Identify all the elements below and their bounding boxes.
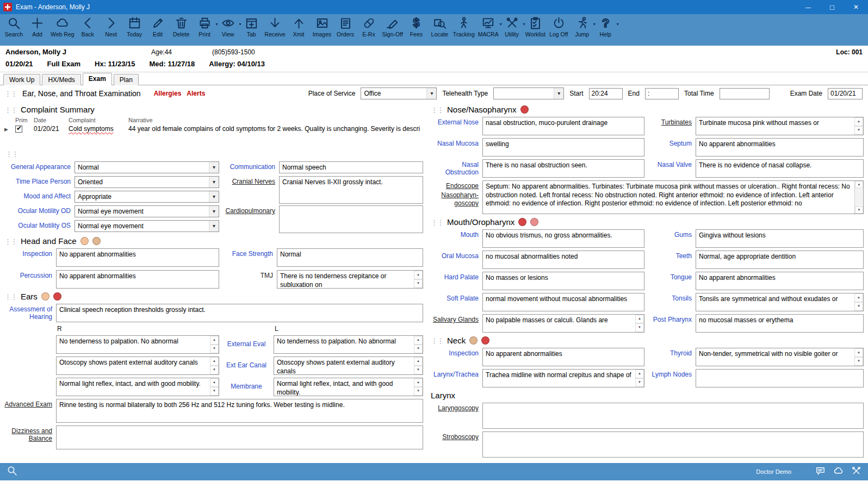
nasal-mucosa-field[interactable]: swelling bbox=[482, 138, 644, 157]
post-pharynx-field[interactable]: no mucosal masses or erythema bbox=[696, 314, 864, 333]
ext-ear-canal-left-field[interactable]: Otoscopy shows patent external auditory … bbox=[274, 356, 423, 375]
assessment-of-hearing-field[interactable]: Clinical speech reception thresholds gro… bbox=[56, 304, 423, 322]
membrane-left-field[interactable]: Normal light reflex, intact, and with go… bbox=[274, 378, 423, 396]
toolbar-button-edit[interactable]: Edit bbox=[146, 16, 170, 37]
nasal-obstruction-field[interactable]: There is no nasal obstruction seen. bbox=[482, 159, 644, 178]
prim-checkbox[interactable] bbox=[15, 126, 22, 133]
communication-field[interactable]: Normal speech bbox=[279, 161, 423, 173]
cranial-nerves-label[interactable]: Cranial Nerves bbox=[223, 176, 275, 189]
drag-handle-icon[interactable] bbox=[4, 105, 17, 114]
gums-field[interactable]: Gingiva without lesions bbox=[696, 229, 864, 248]
tab-hx-meds[interactable]: HX/Meds bbox=[42, 74, 80, 85]
cranial-nerves-field[interactable]: Cranial Nerves II-XII grossly intact. bbox=[279, 176, 423, 204]
toolbar-button-macra[interactable]: MACRA bbox=[476, 16, 500, 37]
toolbar-button-add[interactable]: Add bbox=[26, 16, 49, 37]
toolbar-button-erx[interactable]: E-Rx bbox=[357, 16, 381, 37]
spinner-icon[interactable] bbox=[854, 117, 863, 135]
drag-handle-icon[interactable] bbox=[431, 336, 443, 345]
toolbar-button-fees[interactable]: Fees bbox=[405, 16, 428, 37]
mood-and-affect-select[interactable]: Appropriate bbox=[75, 191, 219, 203]
spinner-icon[interactable] bbox=[635, 315, 644, 332]
toolbar-button-tab[interactable]: Tab bbox=[240, 16, 263, 37]
toolbar-button-web-reg[interactable]: Web Reg bbox=[49, 16, 76, 37]
hard-palate-field[interactable]: No masses or lesions bbox=[482, 272, 644, 290]
dizziness-and-balance-label[interactable]: Dizziness and Balance bbox=[4, 426, 52, 449]
spinner-icon[interactable] bbox=[210, 336, 219, 353]
complaint-cell[interactable]: Cold symptoms bbox=[69, 125, 128, 133]
nasal-valve-field[interactable]: There is no evidence of nasal collapse. bbox=[696, 159, 864, 178]
ext-ear-canal-right-field[interactable]: Otoscopy shows patent external auditory … bbox=[56, 356, 219, 375]
toolbar-button-orders[interactable]: Orders bbox=[334, 16, 357, 37]
head-face-inspection-field[interactable]: No apparent abnormalities bbox=[56, 248, 219, 267]
tmj-field[interactable]: There is no tenderness crepitance or sub… bbox=[277, 270, 423, 289]
thyroid-field[interactable]: Non-tender, symmetrical with no visible … bbox=[696, 348, 864, 366]
end-time-input[interactable]: : bbox=[645, 88, 679, 99]
nasopharyngoscopy-label[interactable]: Nasopharyn-goscopy bbox=[431, 190, 479, 207]
spinner-icon[interactable] bbox=[210, 357, 219, 374]
lymph-nodes-field[interactable] bbox=[696, 369, 864, 387]
toolbar-button-delete[interactable]: Delete bbox=[170, 16, 193, 37]
start-time-input[interactable]: 20:24 bbox=[589, 88, 623, 99]
soft-palate-field[interactable]: normal movement without mucosal abnormal… bbox=[482, 293, 644, 311]
external-eval-right-field[interactable]: No tenderness to palpation. No abnormal bbox=[56, 335, 219, 354]
toolbar-button-utility[interactable]: Utility bbox=[500, 16, 524, 37]
turbinates-label[interactable]: Turbinates bbox=[648, 117, 692, 135]
laryngoscopy-field[interactable] bbox=[482, 403, 864, 429]
toolbar-button-view[interactable]: View bbox=[216, 16, 240, 37]
spinner-icon[interactable] bbox=[210, 378, 219, 396]
mouth-field[interactable]: No obvious trismus, no gross abnormaliti… bbox=[482, 229, 644, 248]
drag-handle-ic SegmentedControlon[interactable] bbox=[5, 149, 18, 158]
narrative-cell[interactable]: 44 year old female complains of cold sym… bbox=[128, 125, 423, 133]
spinner-icon[interactable] bbox=[854, 293, 863, 311]
tonsils-field[interactable]: Tonsils are symmetrical and without exud… bbox=[696, 293, 864, 311]
ocular-motility-os-select[interactable]: Normal eye movement bbox=[75, 220, 219, 232]
toolbar-button-images[interactable]: Images bbox=[311, 16, 334, 37]
tab-work-up[interactable]: Work Up bbox=[3, 74, 40, 85]
drag-handle-icon[interactable] bbox=[431, 217, 443, 227]
row-selector-icon[interactable] bbox=[4, 125, 15, 133]
ocular-motility-od-select[interactable]: Normal eye movement bbox=[75, 205, 219, 217]
spinner-icon[interactable] bbox=[414, 336, 423, 353]
tab-exam[interactable]: Exam bbox=[83, 73, 112, 85]
tab-plan[interactable]: Plan bbox=[114, 74, 139, 85]
salivary-glands-label[interactable]: Salivary Glands bbox=[431, 314, 479, 333]
salivary-glands-field[interactable]: No palpable masses or calculi. Glands ar… bbox=[482, 314, 644, 333]
scroll-down-icon[interactable] bbox=[855, 207, 863, 214]
statusbar-search-button[interactable] bbox=[7, 465, 17, 478]
total-time-input[interactable] bbox=[720, 88, 770, 99]
laryngoscopy-label[interactable]: Laryngoscopy bbox=[431, 403, 479, 429]
spinner-icon[interactable] bbox=[414, 271, 423, 288]
toolbar-button-next[interactable]: Next bbox=[100, 16, 123, 37]
toolbar-button-print[interactable]: Print bbox=[193, 16, 216, 37]
alerts-link[interactable]: Alerts bbox=[187, 90, 205, 97]
toolbar-button-help[interactable]: Help bbox=[594, 16, 617, 37]
time-place-person-select[interactable]: Oriented bbox=[75, 176, 219, 188]
scroll-up-icon[interactable] bbox=[855, 181, 863, 188]
general-appearance-select[interactable]: Normal bbox=[75, 161, 219, 173]
toolbar-button-sign-off[interactable]: Sign-Off bbox=[381, 16, 405, 37]
statusbar-message-button[interactable] bbox=[815, 466, 826, 478]
drag-handle-icon[interactable] bbox=[4, 236, 17, 246]
toolbar-button-today[interactable]: Today bbox=[123, 16, 146, 37]
larynx-trachea-field[interactable]: Trachea midline with normal crepitus and… bbox=[482, 369, 644, 387]
telehealth-type-select[interactable] bbox=[493, 87, 564, 99]
endoscope-label[interactable]: Endoscope bbox=[431, 180, 479, 190]
drag-handle-icon[interactable] bbox=[4, 90, 17, 98]
spinner-icon[interactable] bbox=[414, 378, 423, 396]
stroboscopy-label[interactable]: Stroboscopy bbox=[431, 431, 479, 458]
toolbar-button-log-off[interactable]: Log Off bbox=[547, 16, 571, 37]
toolbar-button-jump[interactable]: Jump bbox=[571, 16, 594, 37]
advanced-exam-field[interactable]: Rinne testing is normal bilaterally to b… bbox=[56, 399, 423, 423]
toolbar-button-worklist[interactable]: Worklist bbox=[524, 16, 547, 37]
tongue-field[interactable]: No apparent abnormalities bbox=[696, 272, 864, 290]
turbinates-field[interactable]: Turbinate mucosa pink without masses or bbox=[696, 117, 864, 135]
stroboscopy-field[interactable] bbox=[482, 431, 864, 458]
external-nose-field[interactable]: nasal obstruction, muco-purulent drainag… bbox=[482, 117, 644, 135]
oral-mucosa-field[interactable]: no mucosal abnormalities noted bbox=[482, 251, 644, 269]
place-of-service-select[interactable]: Office bbox=[361, 87, 437, 99]
toolbar-button-back[interactable]: Back bbox=[76, 16, 100, 37]
dizziness-and-balance-field[interactable] bbox=[56, 426, 423, 449]
exam-date-input[interactable]: 01/20/21 bbox=[828, 88, 863, 99]
external-eval-left-field[interactable]: No tenderness to palpation. No abnormal bbox=[274, 335, 423, 354]
minimize-button[interactable] bbox=[796, 0, 820, 14]
